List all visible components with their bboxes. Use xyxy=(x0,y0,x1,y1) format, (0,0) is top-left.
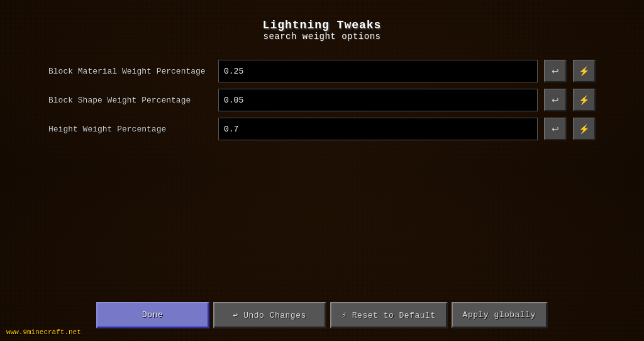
label-height-weight: Height Weight Percentage xyxy=(48,125,212,134)
undo-block-shape-button[interactable]: ↩ xyxy=(544,89,567,111)
reset-block-material-button[interactable]: ⚡ xyxy=(573,60,596,82)
undo-changes-button[interactable]: ↩ Undo Changes xyxy=(213,302,326,328)
reset-height-weight-button[interactable]: ⚡ xyxy=(573,118,596,140)
done-button[interactable]: Done xyxy=(96,302,209,328)
setting-row-1: Block Material Weight Percentage ↩ ⚡ xyxy=(48,59,596,83)
input-block-shape[interactable] xyxy=(218,89,538,111)
page-title: Lightning Tweaks xyxy=(263,19,382,31)
label-block-shape: Block Shape Weight Percentage xyxy=(48,96,212,105)
undo-block-material-button[interactable]: ↩ xyxy=(544,60,567,82)
main-container: Lightning Tweaks search weight options B… xyxy=(0,0,644,341)
input-height-weight[interactable] xyxy=(218,118,538,140)
title-block: Lightning Tweaks search weight options xyxy=(263,19,382,42)
settings-panel: Block Material Weight Percentage ↩ ⚡ Blo… xyxy=(48,59,596,293)
bottom-bar: Done ↩ Undo Changes ⚡ Reset to Default A… xyxy=(25,293,619,328)
setting-row-2: Block Shape Weight Percentage ↩ ⚡ xyxy=(48,88,596,112)
label-block-material: Block Material Weight Percentage xyxy=(48,67,212,76)
reset-to-default-button[interactable]: ⚡ Reset to Default xyxy=(330,302,447,328)
reset-block-shape-button[interactable]: ⚡ xyxy=(573,89,596,111)
page-subtitle: search weight options xyxy=(263,31,382,42)
input-block-material[interactable] xyxy=(218,60,538,82)
apply-globally-button[interactable]: Apply globally xyxy=(452,302,548,328)
undo-height-weight-button[interactable]: ↩ xyxy=(544,118,567,140)
setting-row-3: Height Weight Percentage ↩ ⚡ xyxy=(48,117,596,141)
